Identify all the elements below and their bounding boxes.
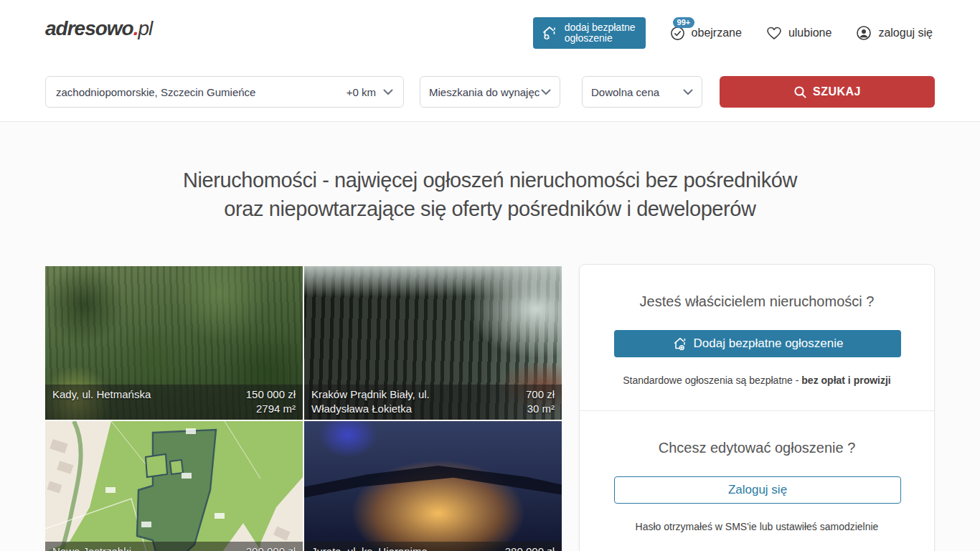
listing-price: 700 zł [526, 388, 555, 400]
listing-area: 2794 m² [256, 402, 296, 415]
add-listing-sidebar-button[interactable]: Dodaj bezpłatne ogłoszenie [614, 330, 901, 357]
user-circle-icon [856, 25, 872, 41]
search-icon [793, 85, 807, 99]
listing-price-area: 150 000 zł 2794 m² [246, 387, 296, 416]
listing-area: 30 m² [527, 402, 555, 415]
header-actions: dodaj bezpłatne ogłoszenie 99+ obejrzane [533, 17, 933, 49]
listing-address: Jurata, ul. ks. Hieronima [311, 545, 428, 551]
search-bar: zachodniopomorskie, Szczecin Gumieńce +0… [45, 76, 935, 108]
owner-heading: Jesteś właścicielem nieruchomości ? [614, 293, 900, 310]
viewed-label: obejrzane [692, 27, 742, 39]
heart-icon [766, 26, 782, 40]
radius-value: +0 km [347, 86, 376, 98]
property-type-select[interactable]: Mieszkania do wynajęc [420, 76, 560, 108]
listing-photo-night-gazebo [304, 421, 562, 551]
add-listing-header-button[interactable]: dodaj bezpłatne ogłoszenie [533, 17, 646, 49]
listing-caption: Kraków Prądnik Biały, ul. Władysława Łok… [304, 385, 562, 420]
price-value: Dowolna cena [591, 86, 659, 98]
page-title: Nieruchomości - najwięcej ogłoszeń nieru… [0, 166, 980, 223]
add-listing-sidebar-label: Dodaj bezpłatne ogłoszenie [694, 336, 844, 351]
owner-section: Jesteś właścicielem nieruchomości ? Doda… [580, 265, 934, 410]
listing-card[interactable]: Kady, ul. Hetmańska 150 000 zł 2794 m² [45, 266, 303, 420]
listing-price: 380 000 zł [505, 545, 555, 551]
property-type-value: Mieszkania do wynajęc [429, 86, 540, 98]
search-button[interactable]: SZUKAJ [720, 76, 935, 108]
chevron-down-icon[interactable] [383, 89, 393, 95]
viewed-count-badge: 99+ [673, 17, 695, 28]
chevron-down-icon [683, 89, 693, 95]
edit-section: Chcesz edytować ogłoszenie ? Zaloguj się… [580, 411, 934, 551]
listing-address: Kraków Prądnik Biały, ul. Władysława Łok… [311, 387, 462, 416]
favorites-label: ulubione [788, 27, 832, 39]
header: adresowo.pl dodaj bezpłatne ogłoszenie [0, 0, 980, 63]
edit-heading: Chcesz edytować ogłoszenie ? [614, 440, 900, 456]
listing-photo-cadastral-map [45, 421, 303, 551]
login-link[interactable]: zaloguj się [856, 25, 933, 41]
listing-price-area: 300 000 zł [246, 545, 296, 551]
listing-card[interactable]: Nowe Jastrzębki 300 000 zł [45, 421, 303, 551]
edit-note: Hasło otrzymałeś w SMS'ie lub ustawiłeś … [614, 521, 900, 532]
listing-caption: Nowe Jastrzębki 300 000 zł [45, 542, 303, 551]
price-select[interactable]: Dowolna cena [582, 76, 702, 108]
check-circle-icon [670, 26, 685, 41]
search-button-label: SZUKAJ [813, 85, 861, 98]
listing-price-area: 700 zł 30 m² [526, 387, 555, 416]
chevron-down-icon [541, 89, 551, 95]
house-add-icon [672, 336, 688, 352]
location-input[interactable]: zachodniopomorskie, Szczecin Gumieńce +0… [45, 76, 404, 108]
listing-price: 150 000 zł [246, 388, 296, 400]
logo-main: adresowo [45, 17, 133, 39]
listing-caption: Kady, ul. Hetmańska 150 000 zł 2794 m² [45, 385, 303, 420]
listing-address: Nowe Jastrzębki [52, 545, 131, 551]
location-value: zachodniopomorskie, Szczecin Gumieńce [56, 86, 347, 98]
listing-price: 300 000 zł [246, 545, 296, 551]
sidebar: Jesteś właścicielem nieruchomości ? Doda… [579, 264, 935, 551]
listing-caption: Jurata, ul. ks. Hieronima 380 000 zł [304, 542, 562, 551]
listing-card[interactable]: Kraków Prądnik Biały, ul. Władysława Łok… [304, 266, 562, 420]
listing-grid: Kady, ul. Hetmańska 150 000 zł 2794 m² K… [45, 266, 562, 551]
logo-tld: pl [138, 17, 152, 39]
login-label: zaloguj się [878, 27, 933, 39]
login-sidebar-button[interactable]: Zaloguj się [614, 476, 901, 504]
page: adresowo.pl dodaj bezpłatne ogłoszenie [0, 0, 980, 551]
viewed-link[interactable]: 99+ obejrzane [670, 26, 742, 41]
header-divider [0, 121, 980, 122]
logo[interactable]: adresowo.pl [45, 17, 152, 40]
listing-address: Kady, ul. Hetmańska [52, 387, 151, 416]
listing-price-area: 380 000 zł [505, 545, 555, 551]
add-listing-label: dodaj bezpłatne ogłoszenie [565, 22, 636, 44]
listing-card[interactable]: Jurata, ul. ks. Hieronima 380 000 zł [304, 421, 562, 551]
owner-note: Standardowe ogłoszenia są bezpłatne - be… [614, 375, 900, 386]
favorites-link[interactable]: ulubione [766, 26, 832, 40]
house-add-icon [541, 24, 558, 42]
